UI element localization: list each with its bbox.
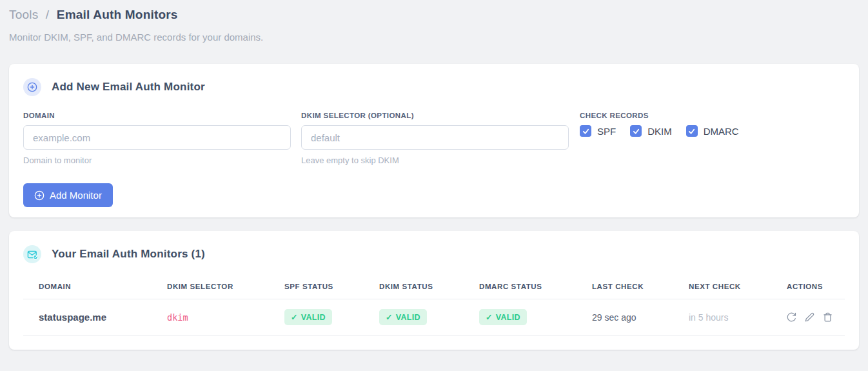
dkim-status-text: VALID (396, 313, 420, 322)
add-monitor-form: DOMAIN Domain to monitor DKIM SELECTOR (… (23, 112, 845, 165)
monitor-actions (787, 312, 842, 322)
monitors-card-header: Your Email Auth Monitors (1) (23, 245, 845, 263)
breadcrumb: Tools / Email Auth Monitors (9, 8, 859, 22)
column-header-dmarc-status: DMARC STATUS (464, 274, 577, 299)
monitor-actions-cell (771, 299, 845, 336)
dkim-selector-field-group: DKIM SELECTOR (OPTIONAL) Leave empty to … (301, 112, 569, 165)
page-title: Email Auth Monitors (57, 8, 178, 21)
check-records-label: CHECK RECORDS (580, 112, 739, 119)
domain-field-hint: Domain to monitor (23, 155, 291, 165)
monitor-next-check: in 5 hours (673, 299, 771, 336)
add-monitor-card: Add New Email Auth Monitor DOMAIN Domain… (9, 64, 859, 217)
dmarc-checkbox[interactable] (686, 125, 698, 137)
refresh-icon (787, 312, 796, 322)
monitors-card: Your Email Auth Monitors (1) DOMAIN DKIM… (9, 231, 859, 350)
column-header-next-check: NEXT CHECK (673, 274, 771, 299)
add-monitor-button[interactable]: Add Monitor (23, 183, 113, 207)
dkim-selector-field-label: DKIM SELECTOR (OPTIONAL) (301, 112, 569, 119)
monitor-dkim-selector: dkim (152, 299, 269, 336)
column-header-dkim-status: DKIM STATUS (364, 274, 464, 299)
page-subtitle: Monitor DKIM, SPF, and DMARC records for… (9, 32, 859, 43)
check-glyph: ✓ (486, 312, 493, 322)
add-monitor-button-label: Add Monitor (50, 190, 102, 201)
table-row: statuspage.me dkim ✓ VALID ✓ VALID (23, 299, 845, 336)
check-icon (582, 128, 589, 135)
monitor-spf-status-cell: ✓ VALID (269, 299, 364, 336)
monitor-dkim-status-cell: ✓ VALID (364, 299, 464, 336)
spf-checkbox-item[interactable]: SPF (580, 125, 616, 137)
dkim-checkbox-item[interactable]: DKIM (630, 125, 672, 137)
domain-field-label: DOMAIN (23, 112, 291, 119)
delete-button[interactable] (823, 312, 833, 322)
dkim-checkbox-label: DKIM (647, 126, 672, 137)
column-header-spf-status: SPF STATUS (269, 274, 364, 299)
monitors-table: DOMAIN DKIM SELECTOR SPF STATUS DKIM STA… (23, 274, 845, 336)
add-monitor-card-title: Add New Email Auth Monitor (52, 81, 205, 94)
column-header-domain: DOMAIN (23, 274, 152, 299)
dmarc-status-badge: ✓ VALID (479, 309, 527, 325)
dmarc-checkbox-item[interactable]: DMARC (686, 125, 739, 137)
dkim-selector-input[interactable] (301, 125, 569, 150)
column-header-dkim-selector: DKIM SELECTOR (152, 274, 269, 299)
delete-icon (823, 312, 833, 322)
dkim-status-badge: ✓ VALID (379, 309, 427, 325)
email-check-icon (23, 245, 41, 263)
check-icon (633, 128, 640, 135)
spf-status-badge: ✓ VALID (284, 309, 332, 325)
page: Tools / Email Auth Monitors Monitor DKIM… (0, 0, 868, 350)
monitors-card-title: Your Email Auth Monitors (1) (52, 248, 205, 261)
monitor-dmarc-status-cell: ✓ VALID (464, 299, 577, 336)
refresh-button[interactable] (787, 312, 796, 322)
dmarc-checkbox-label: DMARC (704, 126, 739, 137)
monitor-last-check: 29 sec ago (577, 299, 673, 336)
check-records-row: SPF DKIM DMARC (580, 125, 739, 137)
domain-input[interactable] (23, 125, 291, 150)
plus-circle-icon (23, 78, 41, 96)
monitor-domain: statuspage.me (23, 299, 152, 336)
check-icon (688, 128, 695, 135)
column-header-actions: ACTIONS (771, 274, 845, 299)
plus-circle-icon (34, 190, 44, 201)
column-header-last-check: LAST CHECK (577, 274, 673, 299)
monitors-table-header-row: DOMAIN DKIM SELECTOR SPF STATUS DKIM STA… (23, 274, 845, 299)
spf-status-text: VALID (301, 313, 326, 322)
breadcrumb-tools-link[interactable]: Tools (9, 8, 38, 21)
check-glyph: ✓ (386, 312, 393, 322)
breadcrumb-separator: / (46, 8, 49, 21)
dkim-checkbox[interactable] (630, 125, 642, 137)
check-glyph: ✓ (291, 312, 298, 322)
domain-field-group: DOMAIN Domain to monitor (23, 112, 291, 165)
edit-icon (805, 312, 814, 322)
edit-button[interactable] (805, 312, 814, 322)
spf-checkbox[interactable] (580, 125, 591, 137)
add-monitor-card-header: Add New Email Auth Monitor (23, 78, 845, 96)
spf-checkbox-label: SPF (597, 126, 616, 137)
dkim-selector-field-hint: Leave empty to skip DKIM (301, 155, 569, 165)
dmarc-status-text: VALID (496, 313, 520, 322)
check-records-group: CHECK RECORDS SPF DKIM (580, 112, 739, 137)
